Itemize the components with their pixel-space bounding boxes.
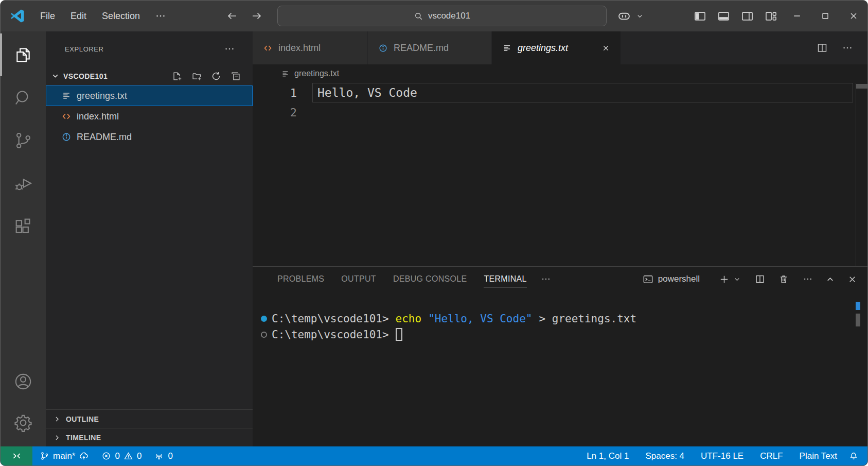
breadcrumb[interactable]: greetings.txt: [253, 64, 867, 83]
account-icon[interactable]: [1, 361, 46, 402]
command-pending-decoration-icon: [261, 332, 267, 338]
split-editor-icon[interactable]: [816, 42, 828, 54]
powershell-terminal-icon: [642, 273, 654, 285]
panel-tabs-more-icon[interactable]: [541, 274, 551, 284]
timeline-section-header[interactable]: TIMELINE: [46, 428, 253, 446]
indentation-status[interactable]: Spaces: 4: [637, 446, 693, 465]
menu-edit[interactable]: Edit: [63, 1, 94, 31]
menu-selection[interactable]: Selection: [94, 1, 148, 31]
editor-scrollbar-slider[interactable]: [856, 84, 867, 89]
panel-tab-terminal[interactable]: TERMINAL: [484, 267, 526, 291]
status-bar: main* 0 0 0 Ln 1, Col 1 Spaces: 4 UTF-16…: [1, 446, 867, 465]
close-panel-icon[interactable]: [847, 274, 857, 284]
back-arrow-icon[interactable]: [226, 10, 238, 22]
copilot-chevron-down-icon[interactable]: [636, 12, 644, 20]
search-sidebar-icon[interactable]: [1, 76, 46, 119]
terminal-string-arg: "Hello, VS Code": [428, 313, 532, 325]
command-success-decoration-icon[interactable]: [261, 316, 267, 322]
project-name: VSCODE101: [63, 72, 108, 80]
project-section-header[interactable]: VSCODE101: [46, 66, 253, 85]
file-row-readme[interactable]: README.md: [46, 127, 253, 147]
terminal-scrollbar-slider[interactable]: [856, 314, 860, 326]
collapse-all-icon[interactable]: [230, 71, 241, 82]
panel-tab-debug-console[interactable]: DEBUG CONSOLE: [393, 267, 467, 291]
toggle-secondary-sidebar-icon[interactable]: [740, 9, 754, 23]
split-terminal-icon[interactable]: [754, 273, 766, 285]
text-file-icon: [61, 91, 72, 101]
refresh-icon[interactable]: [210, 71, 222, 82]
terminal-redirect: > greetings.txt: [539, 313, 636, 325]
outline-section-header[interactable]: OUTLINE: [46, 409, 253, 428]
extensions-icon[interactable]: [1, 204, 46, 247]
branch-name: main*: [53, 451, 75, 461]
panel-more-actions-icon[interactable]: [803, 274, 813, 284]
code-line-text: Hello, VS Code: [297, 86, 417, 99]
close-window-button[interactable]: [839, 1, 867, 31]
chevron-right-icon: [53, 434, 61, 442]
problems-status[interactable]: 0 0: [95, 446, 148, 465]
new-terminal-icon[interactable]: [718, 273, 730, 285]
explorer-files-icon[interactable]: [1, 33, 46, 76]
notifications-bell-icon[interactable]: [845, 446, 867, 465]
panel-tab-problems[interactable]: PROBLEMS: [277, 267, 324, 291]
search-value: vscode101: [428, 11, 470, 21]
minimize-button[interactable]: [783, 1, 811, 31]
tab-greetings-txt[interactable]: greetings.txt: [492, 31, 621, 64]
maximize-panel-chevron-up-icon[interactable]: [825, 274, 835, 284]
bottom-panel: PROBLEMS OUTPUT DEBUG CONSOLE TERMINAL p…: [253, 266, 867, 446]
html-icon: [263, 43, 273, 53]
vscode-window: File Edit Selection vscode101: [0, 0, 868, 466]
remote-icon: [11, 451, 22, 461]
ports-count: 0: [168, 451, 172, 461]
file-name: greetings.txt: [77, 91, 127, 101]
language-mode-status[interactable]: Plain Text: [791, 446, 845, 465]
terminal-content[interactable]: C:\temp\vscode101> echo "Hello, VS Code"…: [253, 291, 867, 342]
git-branch-status[interactable]: main*: [32, 446, 95, 465]
eol-status[interactable]: CRLF: [752, 446, 791, 465]
copilot-icon[interactable]: [617, 9, 631, 23]
new-folder-icon[interactable]: [191, 71, 202, 82]
broadcast-icon: [154, 451, 164, 461]
cursor-position-status[interactable]: Ln 1, Col 1: [578, 446, 637, 465]
new-file-icon[interactable]: [171, 71, 183, 82]
terminal-command: echo: [396, 313, 422, 325]
run-debug-icon[interactable]: [1, 162, 46, 204]
close-tab-icon[interactable]: [601, 44, 610, 53]
tab-label: index.html: [278, 43, 321, 54]
activity-bar: [1, 31, 46, 446]
encoding-status[interactable]: UTF-16 LE: [693, 446, 752, 465]
toggle-panel-icon[interactable]: [716, 9, 731, 23]
vscode-logo-icon: [10, 8, 25, 24]
maximize-button[interactable]: [811, 1, 839, 31]
outline-label: OUTLINE: [66, 415, 99, 423]
tab-label: greetings.txt: [518, 43, 568, 54]
html-icon: [61, 111, 72, 122]
menu-overflow-icon[interactable]: [148, 1, 173, 31]
command-center-search[interactable]: vscode101: [277, 6, 607, 26]
customize-layout-icon[interactable]: [764, 9, 778, 23]
toggle-sidebar-icon[interactable]: [693, 9, 707, 23]
ports-status[interactable]: 0: [148, 446, 179, 465]
remote-indicator[interactable]: [1, 446, 32, 465]
forward-arrow-icon[interactable]: [251, 10, 263, 22]
tab-readme-md[interactable]: README.md: [368, 31, 492, 64]
file-row-index[interactable]: index.html: [46, 106, 253, 127]
text-file-icon: [281, 70, 290, 78]
explorer-more-actions-icon[interactable]: [224, 43, 235, 55]
kill-terminal-trash-icon[interactable]: [778, 273, 789, 285]
error-count: 0: [115, 451, 119, 461]
tab-label: README.md: [394, 43, 449, 54]
terminal-dropdown-chevron-icon[interactable]: [733, 275, 741, 283]
breadcrumb-item: greetings.txt: [294, 69, 339, 78]
source-control-icon[interactable]: [1, 119, 46, 162]
tab-index-html[interactable]: index.html: [253, 31, 368, 64]
file-row-greetings[interactable]: greetings.txt: [46, 85, 253, 106]
settings-gear-icon[interactable]: [1, 402, 46, 443]
menu-file[interactable]: File: [32, 1, 63, 31]
editor-more-actions-icon[interactable]: [842, 42, 853, 54]
file-name: index.html: [77, 111, 119, 122]
error-icon: [101, 451, 111, 461]
code-editor[interactable]: 1 Hello, VS Code 2: [253, 83, 867, 266]
shell-name[interactable]: powershell: [658, 274, 700, 284]
panel-tab-output[interactable]: OUTPUT: [341, 267, 376, 291]
